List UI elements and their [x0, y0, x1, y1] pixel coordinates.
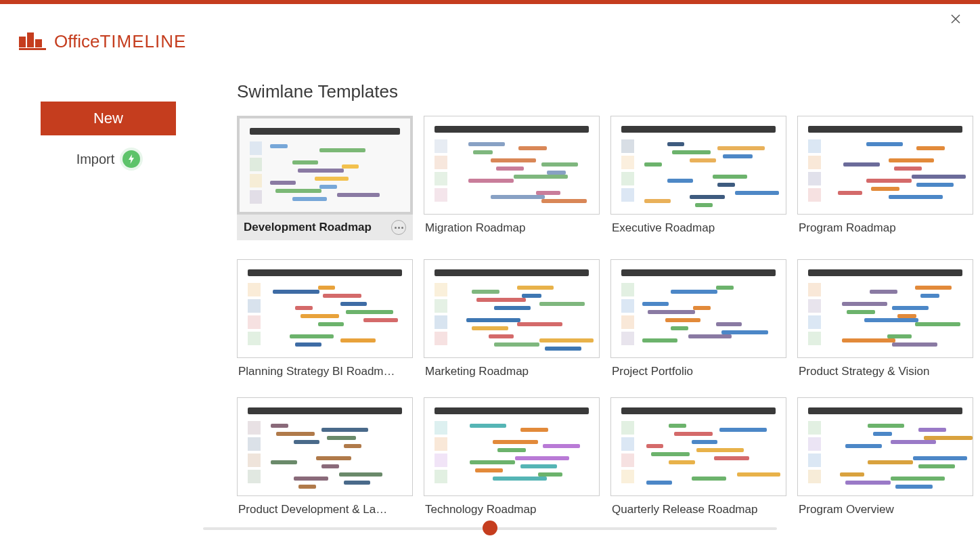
template-thumbnail	[424, 259, 600, 358]
template-label-row: Program Roadmap	[797, 215, 973, 235]
template-thumbnail	[797, 397, 973, 496]
template-card[interactable]: Product Strategy & Vision	[797, 259, 973, 378]
template-card[interactable]: Quarterly Release Roadmap	[610, 397, 786, 516]
more-options-button[interactable]	[391, 220, 406, 235]
svg-rect-4	[35, 39, 42, 47]
template-card[interactable]: Executive Roadmap	[610, 116, 786, 240]
brand-logo: OfficeTIMELINE	[19, 30, 186, 53]
template-label: Development Roadmap	[244, 221, 372, 234]
sidebar: New Import	[0, 102, 217, 168]
pager-handle[interactable]	[483, 521, 497, 535]
template-thumbnail	[424, 397, 600, 496]
template-label-row: Project Portfolio	[610, 358, 786, 378]
new-button[interactable]: New	[41, 102, 176, 135]
template-label-row: Marketing Roadmap	[424, 358, 600, 378]
template-card[interactable]: Migration Roadmap	[424, 116, 600, 240]
template-label-row: Development Roadmap	[237, 215, 413, 240]
template-label: Program Roadmap	[799, 221, 896, 235]
template-label: Migration Roadmap	[425, 221, 525, 235]
brand-name: OfficeTIMELINE	[54, 31, 186, 52]
page-title: Swimlane Templates	[237, 81, 966, 102]
accent-bar	[0, 0, 980, 4]
template-label: Marketing Roadmap	[425, 365, 529, 378]
template-label-row: Planning Strategy BI Roadm…	[237, 358, 413, 378]
template-thumbnail	[237, 397, 413, 496]
template-label-row: Product Development & La…	[237, 496, 413, 516]
template-label: Technology Roadmap	[425, 503, 536, 516]
template-thumbnail	[797, 116, 973, 215]
template-card[interactable]: Program Roadmap	[797, 116, 973, 240]
template-label-row: Program Overview	[797, 496, 973, 516]
ellipsis-icon	[395, 227, 403, 229]
svg-rect-5	[19, 48, 46, 50]
template-label-row: Technology Roadmap	[424, 496, 600, 516]
import-row: Import	[76, 150, 141, 168]
template-grid: Development RoadmapMigration RoadmapExec…	[237, 116, 966, 516]
template-thumbnail	[237, 259, 413, 358]
template-label-row: Executive Roadmap	[610, 215, 786, 235]
template-thumbnail	[610, 259, 786, 358]
template-label: Executive Roadmap	[612, 221, 715, 235]
bolt-icon	[122, 150, 140, 168]
template-card[interactable]: Project Portfolio	[610, 259, 786, 378]
brand-mark-icon	[19, 30, 46, 53]
template-label-row: Quarterly Release Roadmap	[610, 496, 786, 516]
close-button[interactable]	[946, 9, 965, 28]
svg-rect-3	[27, 32, 34, 47]
template-thumbnail	[610, 116, 786, 215]
template-card[interactable]: Development Roadmap	[237, 116, 413, 240]
template-card[interactable]: Planning Strategy BI Roadm…	[237, 259, 413, 378]
template-label-row: Migration Roadmap	[424, 215, 600, 235]
svg-rect-2	[19, 37, 26, 47]
template-label: Program Overview	[799, 503, 894, 516]
template-label: Planning Strategy BI Roadm…	[238, 365, 395, 378]
template-card[interactable]: Program Overview	[797, 397, 973, 516]
template-thumbnail	[237, 116, 413, 215]
template-label: Quarterly Release Roadmap	[612, 503, 757, 516]
template-label: Project Portfolio	[612, 365, 693, 378]
template-card[interactable]: Marketing Roadmap	[424, 259, 600, 378]
template-thumbnail	[610, 397, 786, 496]
template-label: Product Development & La…	[238, 503, 387, 516]
main-panel: Swimlane Templates Development RoadmapMi…	[237, 81, 966, 516]
import-button[interactable]: Import	[76, 152, 115, 167]
close-icon	[951, 14, 960, 24]
template-card[interactable]: Technology Roadmap	[424, 397, 600, 516]
template-thumbnail	[424, 116, 600, 215]
template-thumbnail	[797, 259, 973, 358]
template-card[interactable]: Product Development & La…	[237, 397, 413, 516]
template-label-row: Product Strategy & Vision	[797, 358, 973, 378]
template-label: Product Strategy & Vision	[799, 365, 929, 378]
